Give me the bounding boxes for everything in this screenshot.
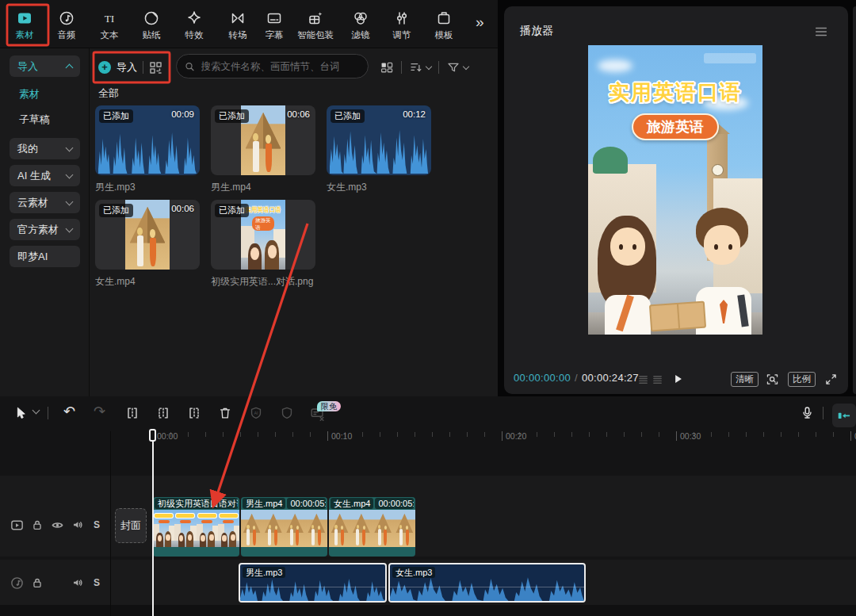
sidebar-item-subdraft[interactable]: 子草稿 [19, 113, 50, 127]
lock-icon[interactable] [30, 518, 44, 532]
sidebar-item-material[interactable]: 素材 [19, 87, 40, 101]
tab-templates[interactable]: 模板 [425, 10, 463, 43]
divider [48, 407, 48, 419]
ruler-tick-label: 00:20 [502, 431, 526, 441]
chevron-down-icon [66, 197, 74, 205]
search-input[interactable] [200, 60, 360, 73]
media-item-boy-mp4[interactable]: 已添加 00:06 男生.mp4 [211, 105, 315, 194]
play-button[interactable] [671, 372, 685, 386]
shield-icon[interactable] [279, 405, 295, 421]
search-icon [185, 61, 195, 72]
sidebar-group-official[interactable]: 官方素材 [10, 219, 80, 240]
select-tool-chevron[interactable] [32, 407, 40, 415]
split-tool-icon[interactable] [124, 405, 140, 421]
tab-audio[interactable]: 音频 [48, 10, 86, 43]
split-left-tool-icon[interactable] [155, 405, 171, 421]
limited-free-badge: 限免 [317, 401, 341, 411]
svg-text:TI: TI [105, 13, 115, 25]
timeline-clip-dialog-png[interactable]: 初级实用英语口语对话 [153, 497, 239, 557]
sidebar-group-cloud[interactable]: 云素材 [10, 192, 80, 213]
ai-shield-icon[interactable]: AI [248, 405, 264, 421]
eye-icon[interactable] [50, 518, 65, 533]
sidebar-group-mine[interactable]: 我的 [10, 138, 80, 159]
tab-filters[interactable]: 滤镜 [342, 10, 380, 43]
watermark [704, 53, 756, 63]
tab-transition[interactable]: 转场 [219, 10, 257, 43]
import-label: 导入 [117, 60, 137, 75]
solo-toggle[interactable]: S [94, 519, 100, 530]
player-menu-icon[interactable] [813, 24, 829, 40]
cover-button[interactable]: 封面 [115, 508, 147, 543]
track-header-divider [110, 431, 111, 616]
timeline-clip-boy-mp4[interactable]: 男生.mp4 00:00:05: [241, 497, 327, 557]
timeline-audio-girl-mp3[interactable]: 女生.mp3 [388, 563, 586, 603]
solo-toggle[interactable]: S [94, 577, 100, 588]
speaker-icon[interactable] [71, 518, 85, 532]
tab-smart-package[interactable]: 智能包装 [288, 10, 343, 43]
media-item-girl-mp3[interactable]: 已添加 00:12 女生.mp3 [327, 105, 431, 194]
import-button[interactable]: + 导入 [98, 56, 162, 78]
filter-all-label[interactable]: 全部 [98, 86, 119, 101]
filter-button[interactable] [446, 60, 468, 75]
chevron-down-icon [66, 143, 74, 151]
scan-import-icon[interactable] [149, 61, 162, 75]
timeline-audio-boy-mp3[interactable]: 男生.mp3 [239, 563, 387, 603]
tab-label: 模板 [435, 29, 453, 41]
player-timecodes: 00:00:00:00 / 00:00:24:27 [514, 372, 639, 384]
poster-book [649, 301, 706, 332]
lock-icon[interactable] [30, 576, 44, 590]
select-tool-icon[interactable] [13, 405, 29, 421]
player-preview[interactable]: 实用英语口语 旅游英语 [588, 45, 762, 335]
media-item-boy-mp3[interactable]: 已添加 00:09 男生.mp3 [95, 105, 200, 194]
total-time: 00:00:24:27 [582, 372, 639, 384]
ruler-tick-label: 0 [850, 431, 856, 441]
undo-button[interactable]: ↶ [63, 403, 75, 420]
split-right-tool-icon[interactable] [186, 405, 202, 421]
clarity-button[interactable]: 清晰 [731, 372, 759, 387]
sort-icon [409, 60, 423, 75]
audio-track-icon [10, 576, 25, 591]
sidebar-group-label: 官方素材 [17, 223, 59, 237]
tab-sticker[interactable]: 贴纸 [132, 10, 170, 43]
sort-button[interactable] [409, 60, 431, 75]
timeline-panel: ↶ ↷ AI 限免 [0, 396, 856, 616]
media-item-girl-mp4[interactable]: 已添加 00:06 女生.mp4 [95, 200, 200, 289]
sidebar-item-jimeng-ai[interactable]: 即梦AI [10, 246, 80, 267]
media-item-name: 女生.mp4 [95, 275, 200, 289]
preview-focus-icon[interactable] [765, 372, 780, 387]
sidebar-group-import[interactable]: 导入 [10, 55, 80, 77]
chevron-down-icon [66, 224, 74, 232]
fullscreen-icon[interactable] [824, 372, 839, 387]
auto-snap-toggle[interactable] [832, 404, 856, 427]
tab-label: 滤镜 [352, 29, 370, 41]
timeline-clip-girl-mp4[interactable]: 女生.mp4 00:00:05: [329, 497, 415, 557]
sticker-icon [143, 10, 160, 27]
capcut-editor-window: 素材 音频 TI 文本 贴纸 特效 [0, 0, 856, 616]
clip-filmstrip [153, 510, 239, 547]
media-item-dialog-png[interactable]: 实用英语口语 旅游英语 已添加 初级实用英语...对话.png [211, 200, 315, 289]
redo-button[interactable]: ↷ [94, 403, 105, 420]
sidebar-group-label: 即梦AI [17, 250, 48, 264]
delete-icon[interactable] [217, 405, 233, 421]
track-list-icon [637, 373, 649, 385]
added-badge: 已添加 [331, 109, 365, 123]
grid-view-icon[interactable] [380, 60, 394, 75]
captions-icon [266, 10, 283, 27]
tab-text[interactable]: TI 文本 [90, 10, 128, 43]
speaker-icon[interactable] [71, 576, 85, 590]
record-voice-icon[interactable] [799, 404, 816, 421]
waveform [240, 574, 385, 601]
clip-duration: 00:00:05: [287, 498, 326, 509]
sidebar-group-label: AI 生成 [17, 169, 51, 183]
tab-media[interactable]: 素材 [6, 10, 44, 43]
toolbar-expand-button[interactable]: » [476, 13, 484, 31]
ratio-button[interactable]: 比例 [788, 372, 816, 387]
playhead-line[interactable] [152, 430, 154, 616]
poster-badge: 旅游英语 [632, 113, 719, 140]
playhead-handle[interactable] [149, 429, 156, 442]
timeline-toolbar: ↶ ↷ AI 限免 [0, 396, 856, 430]
tab-effects[interactable]: 特效 [175, 10, 213, 43]
tab-adjust[interactable]: 调节 [383, 10, 421, 43]
ruler-tick-label: 00:00 [153, 431, 178, 441]
sidebar-group-ai-generate[interactable]: AI 生成 [10, 165, 80, 186]
